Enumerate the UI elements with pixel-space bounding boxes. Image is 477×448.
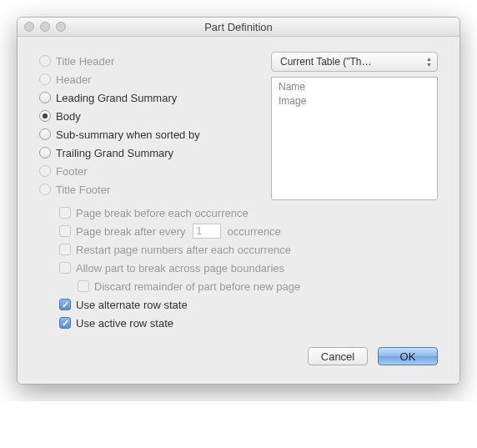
check-label: Page break before each occurrence bbox=[76, 207, 249, 219]
check-restart-page-numbers: Restart page numbers after each occurren… bbox=[59, 240, 438, 259]
radio-footer: Footer bbox=[39, 162, 256, 180]
checkbox-icon bbox=[59, 225, 71, 237]
radio-leading-grand-summary[interactable]: Leading Grand Summary bbox=[39, 88, 256, 107]
close-icon[interactable] bbox=[24, 22, 34, 32]
radio-label: Body bbox=[56, 110, 81, 123]
table-popup[interactable]: Current Table ("Th… ▲▼ bbox=[271, 52, 438, 72]
check-label: Page break after every bbox=[76, 225, 186, 238]
check-label: Discard remainder of part before new pag… bbox=[94, 280, 300, 293]
radio-title-header: Title Header bbox=[39, 52, 256, 70]
dialog-content: Title Header Header Leading Grand Summar… bbox=[18, 37, 459, 384]
check-label: Restart page numbers after each occurren… bbox=[76, 244, 291, 256]
radio-icon bbox=[39, 165, 51, 177]
radio-label: Footer bbox=[56, 165, 88, 178]
radio-title-footer: Title Footer bbox=[39, 180, 256, 199]
radio-label: Trailing Grand Summary bbox=[56, 147, 173, 159]
updown-arrows-icon: ▲▼ bbox=[426, 57, 432, 68]
check-label: Use active row state bbox=[76, 317, 173, 330]
minimize-icon[interactable] bbox=[40, 22, 50, 32]
radio-label: Sub-summary when sorted by bbox=[56, 128, 200, 141]
dialog-buttons: Cancel OK bbox=[39, 347, 438, 365]
check-label: Use alternate row state bbox=[76, 299, 188, 311]
radio-label: Title Header bbox=[56, 55, 114, 68]
checkbox-icon bbox=[59, 207, 71, 219]
zoom-icon[interactable] bbox=[56, 22, 66, 32]
radio-icon bbox=[39, 128, 51, 140]
titlebar: Part Definition bbox=[18, 18, 459, 37]
check-page-break-after: Page break after every 1 occurrence bbox=[59, 222, 438, 240]
list-item[interactable]: Image bbox=[279, 95, 430, 109]
page-break-count-field: 1 bbox=[193, 224, 221, 239]
cancel-button[interactable]: Cancel bbox=[308, 347, 368, 365]
check-page-break-before: Page break before each occurrence bbox=[59, 204, 438, 222]
list-item[interactable]: Name bbox=[279, 81, 430, 95]
radio-label: Title Footer bbox=[56, 184, 110, 196]
radio-body[interactable]: Body bbox=[39, 107, 256, 125]
dialog-window: Part Definition Title Header Header Lead… bbox=[17, 17, 460, 385]
check-use-alternate-row[interactable]: Use alternate row state bbox=[59, 295, 438, 314]
checkbox-icon bbox=[59, 317, 71, 329]
radio-header: Header bbox=[39, 70, 256, 88]
check-discard-remainder: Discard remainder of part before new pag… bbox=[78, 277, 438, 295]
radio-icon bbox=[39, 147, 51, 159]
radio-icon bbox=[39, 92, 51, 103]
radio-icon bbox=[39, 184, 51, 195]
radio-sub-summary[interactable]: Sub-summary when sorted by bbox=[39, 125, 256, 143]
window-title: Part Definition bbox=[18, 21, 459, 33]
checkbox-icon bbox=[59, 262, 71, 274]
radio-icon bbox=[39, 73, 51, 85]
popup-label: Current Table ("Th… bbox=[280, 56, 371, 68]
ok-button[interactable]: OK bbox=[378, 347, 438, 365]
radio-trailing-grand-summary[interactable]: Trailing Grand Summary bbox=[39, 143, 256, 162]
checkbox-icon bbox=[59, 299, 71, 310]
checkbox-icon bbox=[59, 244, 71, 255]
part-type-radiogroup: Title Header Header Leading Grand Summar… bbox=[39, 52, 256, 200]
check-label-suffix: occurrence bbox=[228, 225, 281, 238]
check-use-active-row[interactable]: Use active row state bbox=[59, 314, 438, 332]
checkbox-icon bbox=[78, 280, 89, 292]
window-controls bbox=[18, 22, 66, 32]
field-list[interactable]: Name Image bbox=[271, 77, 438, 200]
radio-icon bbox=[39, 110, 51, 122]
radio-label: Leading Grand Summary bbox=[56, 92, 177, 104]
check-label: Allow part to break across page boundari… bbox=[76, 262, 284, 274]
radio-label: Header bbox=[56, 73, 92, 86]
check-allow-break: Allow part to break across page boundari… bbox=[59, 259, 438, 277]
part-options: Page break before each occurrence Page b… bbox=[59, 204, 438, 332]
radio-icon bbox=[39, 55, 51, 67]
